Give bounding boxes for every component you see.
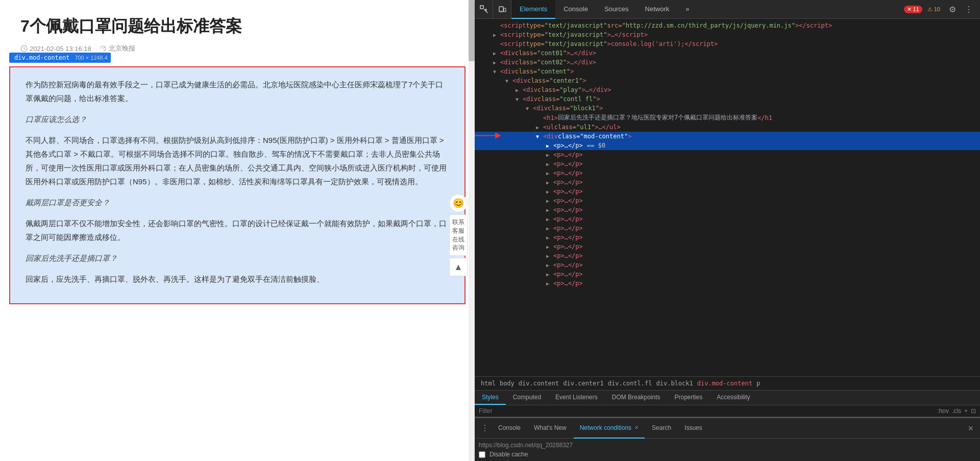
- dom-line[interactable]: <div class="content">: [475, 67, 980, 76]
- dom-line[interactable]: <p>…</p>: [475, 187, 980, 196]
- emoji-button[interactable]: 😊: [449, 194, 468, 212]
- bottom-tab-whats-new[interactable]: What's New: [528, 418, 573, 439]
- toggle-icon[interactable]: [546, 207, 553, 213]
- toggle-icon[interactable]: [546, 143, 553, 149]
- breadcrumb-div-block1[interactable]: div.block1: [654, 379, 695, 388]
- toggle-icon[interactable]: [546, 180, 553, 185]
- dom-line-mod-content[interactable]: <div class="mod-content">: [475, 132, 980, 141]
- toggle-icon[interactable]: [546, 272, 553, 277]
- toggle-icon[interactable]: [516, 87, 523, 93]
- dom-line[interactable]: <p>…</p>: [475, 205, 980, 214]
- toggle-icon[interactable]: [546, 226, 553, 231]
- back-to-top-button[interactable]: ▲: [449, 258, 468, 276]
- breadcrumb-body[interactable]: body: [498, 379, 517, 388]
- dom-line[interactable]: <div class="cont01">…</div>: [475, 48, 980, 58]
- dom-line[interactable]: <p>…</p>: [475, 178, 980, 187]
- tab-elements[interactable]: Elements: [511, 0, 555, 19]
- tab-more[interactable]: »: [677, 0, 697, 19]
- pseudo-hov[interactable]: :hov: [937, 407, 949, 415]
- dom-line[interactable]: <div class="center1">: [475, 76, 980, 85]
- toggle-icon[interactable]: [546, 281, 553, 286]
- dom-line[interactable]: <div class="cont02">…</div>: [475, 58, 980, 67]
- tab-network[interactable]: Network: [637, 0, 678, 19]
- toggle-icon[interactable]: [546, 171, 553, 176]
- toggle-icon[interactable]: [493, 69, 500, 75]
- toggle-icon[interactable]: [546, 161, 553, 167]
- toggle-icon[interactable]: [505, 78, 512, 84]
- bottom-tab-issues[interactable]: Issues: [678, 418, 708, 439]
- expand-pane[interactable]: ⊡: [971, 407, 976, 415]
- dom-tree[interactable]: <script type="text/javascript" src="http…: [475, 19, 980, 376]
- toggle-icon[interactable]: [536, 134, 543, 139]
- dom-line[interactable]: <p>…</p>: [475, 224, 980, 233]
- breadcrumb-div-contl[interactable]: div.contl.fl: [606, 379, 654, 388]
- dom-line[interactable]: <p>…</p>: [475, 251, 980, 260]
- toggle-icon[interactable]: [536, 125, 543, 130]
- bottom-tab-console[interactable]: Console: [492, 418, 527, 439]
- tab-dom-breakpoints[interactable]: DOM Breakpoints: [605, 391, 668, 405]
- toggle-icon[interactable]: [546, 198, 553, 204]
- bottom-tab-search[interactable]: Search: [646, 418, 677, 439]
- tab-console[interactable]: Console: [555, 0, 596, 19]
- tab-computed[interactable]: Computed: [506, 391, 548, 405]
- filter-input[interactable]: [479, 407, 933, 415]
- close-network-conditions[interactable]: ✕: [634, 425, 639, 430]
- tab-styles[interactable]: Styles: [475, 391, 506, 405]
- disable-cache-checkbox[interactable]: [479, 451, 485, 458]
- dom-line[interactable]: <p>…</p>: [475, 233, 980, 242]
- tab-sources[interactable]: Sources: [596, 0, 637, 19]
- dom-line[interactable]: <p>…</p>: [475, 242, 980, 251]
- breadcrumb-div-center1[interactable]: div.center1: [561, 379, 605, 388]
- dom-line[interactable]: <div class="block1">: [475, 104, 980, 113]
- toggle-icon[interactable]: [493, 32, 500, 38]
- settings-button[interactable]: ⚙: [945, 2, 960, 16]
- dom-line[interactable]: <ul class="ul1">…</ul>: [475, 123, 980, 132]
- tab-event-listeners[interactable]: Event Listeners: [548, 391, 605, 405]
- dom-line[interactable]: <p>…</p>: [475, 168, 980, 178]
- pseudo-cls[interactable]: .cls: [952, 407, 961, 415]
- tab-properties[interactable]: Properties: [667, 391, 709, 405]
- toggle-icon[interactable]: [546, 189, 553, 195]
- toggle-icon[interactable]: [516, 96, 523, 102]
- toggle-icon[interactable]: [546, 235, 553, 240]
- drawer-dots-button[interactable]: ⋮: [479, 423, 491, 433]
- inspect-element-button[interactable]: [475, 0, 493, 19]
- breadcrumb-p[interactable]: p: [754, 379, 762, 388]
- dom-line[interactable]: <p>…</p>: [475, 196, 980, 205]
- bottom-tab-network-conditions[interactable]: Network conditions ✕: [574, 418, 645, 439]
- dom-line[interactable]: <div class="play">…</div>: [475, 85, 980, 94]
- webpage-panel: 7个佩戴口罩问题给出标准答案 2021-02-05 13:16:18 北京晚报 …: [0, 0, 475, 461]
- dom-line[interactable]: <p>…</p>: [475, 260, 980, 270]
- dom-line[interactable]: <div class="contl fl">: [475, 94, 980, 104]
- dom-line[interactable]: <p>…</p>: [475, 150, 980, 159]
- toggle-icon[interactable]: [546, 262, 553, 268]
- toggle-icon[interactable]: [493, 51, 500, 56]
- dom-line[interactable]: <script type="text/javascript" src="http…: [475, 21, 980, 30]
- dom-line[interactable]: <script type="text/javascript">…</script…: [475, 30, 980, 39]
- dom-line[interactable]: <p>…</p>: [475, 159, 980, 168]
- toggle-icon[interactable]: [546, 253, 553, 259]
- dom-line[interactable]: <p>…</p>: [475, 279, 980, 288]
- tab-accessibility[interactable]: Accessibility: [709, 391, 757, 405]
- toggle-icon[interactable]: [546, 216, 553, 222]
- dom-line[interactable]: <h1>回家后先洗手还是摘口罩？地坛医院专家对7个佩戴口罩问题给出标准答案</h…: [475, 113, 980, 123]
- dom-line-selected-p[interactable]: <p>…</p> == $0: [475, 141, 980, 150]
- devtools-tabs-right: ✕11 ⚠10 ⚙ ⋮: [904, 2, 981, 16]
- add-style[interactable]: +: [964, 407, 968, 415]
- webpage-scrollbar-thumb[interactable]: [469, 0, 475, 61]
- customer-service-button[interactable]: 联系客服在线咨询: [449, 214, 468, 256]
- toggle-icon[interactable]: [546, 244, 553, 250]
- dom-line[interactable]: <p>…</p>: [475, 214, 980, 224]
- more-options-button[interactable]: ⋮: [962, 2, 976, 16]
- close-drawer-button[interactable]: ✕: [966, 424, 976, 432]
- breadcrumb-div-content[interactable]: div.content: [517, 379, 561, 388]
- toggle-icon[interactable]: [546, 152, 553, 158]
- device-emulation-button[interactable]: [493, 0, 511, 19]
- dom-line[interactable]: <p>…</p>: [475, 270, 980, 279]
- dom-line[interactable]: <script type="text/javascript">console.l…: [475, 39, 980, 48]
- webpage-scrollbar[interactable]: [469, 0, 475, 461]
- breadcrumb-html[interactable]: html: [479, 379, 498, 388]
- breadcrumb-div-mod-content[interactable]: div.mod-content: [695, 379, 754, 388]
- toggle-icon[interactable]: [526, 106, 533, 111]
- toggle-icon[interactable]: [493, 60, 500, 65]
